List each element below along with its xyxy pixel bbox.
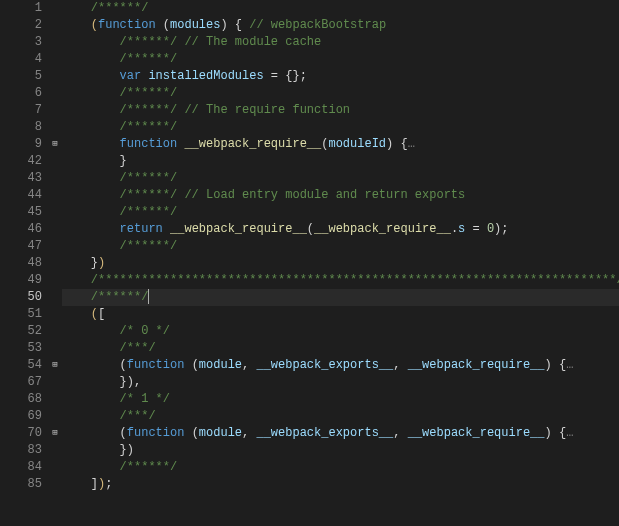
token: /***************************************…	[91, 273, 619, 287]
fold-slot	[48, 68, 62, 85]
token: /* 1 */	[120, 392, 170, 406]
token: =	[465, 222, 487, 236]
token: …	[566, 426, 573, 440]
code-line[interactable]: /******/	[62, 85, 619, 102]
line-number: 42	[0, 153, 42, 170]
token: (	[120, 358, 127, 372]
line-number: 83	[0, 442, 42, 459]
line-number: 6	[0, 85, 42, 102]
token: (	[307, 222, 314, 236]
code-line[interactable]: /***/	[62, 408, 619, 425]
fold-expand-icon[interactable]: ⊞	[48, 136, 62, 153]
token: /******/	[120, 86, 178, 100]
code-line[interactable]: }),	[62, 374, 619, 391]
token: function	[127, 426, 192, 440]
code-line[interactable]: })	[62, 442, 619, 459]
token: }	[120, 375, 127, 389]
code-line[interactable]: })	[62, 255, 619, 272]
code-line[interactable]: /******/ // Load entry module and return…	[62, 187, 619, 204]
token: ]	[91, 477, 98, 491]
fold-slot	[48, 153, 62, 170]
token: …	[408, 137, 415, 151]
token: {	[393, 137, 407, 151]
code-line[interactable]: function __webpack_require__(moduleId) {…	[62, 136, 619, 153]
fold-slot	[48, 408, 62, 425]
token: function	[98, 18, 163, 32]
code-line[interactable]: /******/	[62, 170, 619, 187]
token: /* 0 */	[120, 324, 170, 338]
token: /******/	[120, 120, 178, 134]
fold-slot	[48, 221, 62, 238]
code-line[interactable]: /***************************************…	[62, 272, 619, 289]
token: (	[91, 307, 98, 321]
fold-gutter: ⊞⊞⊞	[48, 0, 62, 526]
code-line[interactable]: /******/	[62, 238, 619, 255]
token: [	[98, 307, 105, 321]
code-line[interactable]: /******/	[62, 119, 619, 136]
code-line[interactable]: /******/	[62, 204, 619, 221]
token: modules	[170, 18, 220, 32]
fold-slot	[48, 170, 62, 187]
fold-slot	[48, 255, 62, 272]
fold-slot	[48, 102, 62, 119]
fold-slot	[48, 204, 62, 221]
code-editor[interactable]: 1234567894243444546474849505152535467686…	[0, 0, 619, 526]
code-line[interactable]: var installedModules = {};	[62, 68, 619, 85]
code-line[interactable]: /******/	[62, 289, 619, 306]
fold-slot	[48, 51, 62, 68]
line-number-gutter: 1234567894243444546474849505152535467686…	[0, 0, 48, 526]
token: // The require function	[184, 103, 350, 117]
line-number: 84	[0, 459, 42, 476]
code-line[interactable]: /* 0 */	[62, 323, 619, 340]
token: {	[552, 358, 566, 372]
code-line[interactable]: }	[62, 153, 619, 170]
code-line[interactable]: /******/	[62, 51, 619, 68]
token: )	[127, 443, 134, 457]
token: )	[545, 358, 552, 372]
token: return	[120, 222, 170, 236]
fold-expand-icon[interactable]: ⊞	[48, 425, 62, 442]
token: )	[220, 18, 227, 32]
token: {	[552, 426, 566, 440]
fold-expand-icon[interactable]: ⊞	[48, 357, 62, 374]
code-line[interactable]: ]);	[62, 476, 619, 493]
token: /******/	[120, 188, 178, 202]
token: ,	[242, 426, 256, 440]
code-line[interactable]: /***/	[62, 340, 619, 357]
code-line[interactable]: /******/ // The require function	[62, 102, 619, 119]
fold-slot	[48, 238, 62, 255]
line-number: 8	[0, 119, 42, 136]
fold-slot	[48, 17, 62, 34]
token: function	[120, 137, 185, 151]
token: /******/	[91, 290, 149, 304]
line-number: 44	[0, 187, 42, 204]
token: /***/	[120, 409, 156, 423]
token: }	[120, 443, 127, 457]
line-number: 52	[0, 323, 42, 340]
token: /******/	[120, 35, 178, 49]
fold-slot	[48, 442, 62, 459]
token: moduleId	[328, 137, 386, 151]
line-number: 48	[0, 255, 42, 272]
code-line[interactable]: (function (module, __webpack_exports__, …	[62, 357, 619, 374]
code-line[interactable]: (function (module, __webpack_exports__, …	[62, 425, 619, 442]
code-line[interactable]: /******/	[62, 459, 619, 476]
code-line[interactable]: (function (modules) { // webpackBootstra…	[62, 17, 619, 34]
token: __webpack_exports__	[256, 358, 393, 372]
token: __webpack_require__	[314, 222, 451, 236]
token: var	[120, 69, 149, 83]
code-line[interactable]: ([	[62, 306, 619, 323]
code-line[interactable]: /******/ // The module cache	[62, 34, 619, 51]
token: __webpack_exports__	[256, 426, 393, 440]
line-number: 49	[0, 272, 42, 289]
line-number: 7	[0, 102, 42, 119]
code-line[interactable]: return __webpack_require__(__webpack_req…	[62, 221, 619, 238]
token: (	[120, 426, 127, 440]
code-line[interactable]: /* 1 */	[62, 391, 619, 408]
token: // webpackBootstrap	[242, 18, 386, 32]
token: ,	[393, 426, 407, 440]
token: /******/	[120, 52, 178, 66]
code-content[interactable]: /******/ (function (modules) { // webpac…	[62, 0, 619, 526]
code-line[interactable]: /******/	[62, 0, 619, 17]
token: /******/	[120, 205, 178, 219]
